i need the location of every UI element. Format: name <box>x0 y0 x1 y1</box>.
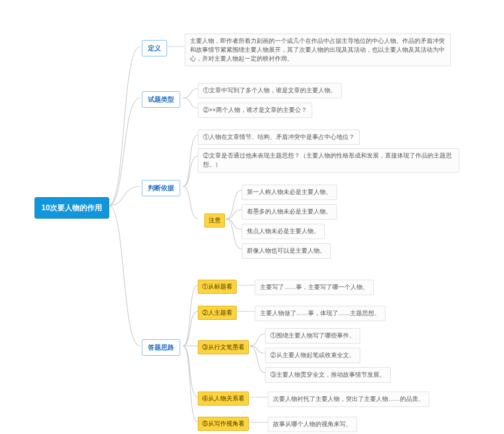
approach-a1-text-content: 主要写了……事，主要写了哪一个人物。 <box>260 284 369 290</box>
approach-a2-label: ②人主题看 <box>202 309 232 316</box>
definition-text: 主要人物，即作者所着力刻画的一个或几个在作品中占据主导地位的中心人物。作品的矛盾… <box>185 34 451 66</box>
note-item-3-text: 焦点人物未必是主要人物。 <box>247 228 320 234</box>
root-node[interactable]: 10次要人物的作用 <box>35 197 109 219</box>
note-item-2-text: 着墨多的人物未必是主要人物。 <box>247 208 332 215</box>
approach-a5-text-content: 故事从哪个人物的视角来写。 <box>273 421 352 427</box>
approach-a3-item-1-text: ①围绕主要人物写了哪些事件。 <box>270 332 355 339</box>
types-item-1: ①文章中写到了多个人物，谁是文章的主要人物。 <box>198 83 342 98</box>
note-item-3: 焦点人物未必是主要人物。 <box>242 224 325 239</box>
branch-criteria[interactable]: 判断依据 <box>142 180 180 196</box>
note-item-1-text: 第一人称人物未必是主要人物。 <box>247 189 332 195</box>
note-item-4-text: 群像人物也可以是主要人物。 <box>247 248 326 254</box>
approach-a2-text-content: 主要人物做了……事，体现了……主题思想。 <box>260 310 380 317</box>
approach-a3-item-1: ①围绕主要人物写了哪些事件。 <box>265 328 360 344</box>
approach-a2[interactable]: ②人主题看 <box>198 306 237 320</box>
branch-approach[interactable]: 答题思路 <box>142 339 180 356</box>
branch-definition-label: 定义 <box>148 44 161 52</box>
branch-types-label: 试题类型 <box>148 96 174 103</box>
definition-text-content: 主要人物，即作者所着力刻画的一个或几个在作品中占据主导地位的中心人物。作品的矛盾… <box>190 38 445 62</box>
approach-a3-item-2-text: ②从主要人物起笔或收束全文。 <box>270 352 355 358</box>
branch-definition[interactable]: 定义 <box>142 40 167 56</box>
criteria-item-2-text: ②文章是否通过他来表现主题思想？（主要人物的性格形成和发展，直接体现了作品的主题… <box>203 152 452 168</box>
approach-a4-text: 次要人物衬托了主要人物，突出了主要人物……的品质。 <box>268 392 429 407</box>
approach-a2-text: 主要人物做了……事，体现了……主题思想。 <box>255 306 385 321</box>
types-item-2-text: ②××两个人物，谁才是文章的主要公？ <box>203 107 307 113</box>
types-item-1-text: ①文章中写到了多个人物，谁是文章的主要人物。 <box>203 87 336 94</box>
criteria-note-label: 注意 <box>209 217 221 224</box>
criteria-item-2: ②文章是否通过他来表现主题思想？（主要人物的性格形成和发展，直接体现了作品的主题… <box>198 148 459 172</box>
approach-a5-text: 故事从哪个人物的视角来写。 <box>268 417 357 432</box>
approach-a3-item-3-text: ③主要人物贯穿全文，推动故事情节发展。 <box>270 372 385 378</box>
criteria-note[interactable]: 注意 <box>204 214 225 227</box>
note-item-1: 第一人称人物未必是主要人物。 <box>242 185 337 200</box>
approach-a4-label: ④从人物关系看 <box>202 395 245 402</box>
approach-a1[interactable]: ①从标题看 <box>198 280 237 294</box>
approach-a5[interactable]: ⑤从写作视角看 <box>198 417 249 431</box>
branch-types[interactable]: 试题类型 <box>142 91 180 108</box>
approach-a3-item-3: ③主要人物贯穿全文，推动故事情节发展。 <box>265 367 391 383</box>
criteria-item-1-text: ①人物在文章情节、结构、矛盾冲突中是事占中心地位？ <box>203 134 355 140</box>
approach-a4[interactable]: ④从人物关系看 <box>198 392 249 406</box>
root-label: 10次要人物的作用 <box>42 204 102 212</box>
approach-a1-text: 主要写了……事，主要写了哪一个人物。 <box>255 280 374 295</box>
approach-a5-label: ⑤从写作视角看 <box>202 420 245 427</box>
types-item-2: ②××两个人物，谁才是文章的主要公？ <box>198 103 312 118</box>
note-item-4: 群像人物也可以是主要人物。 <box>242 243 331 259</box>
approach-a1-label: ①从标题看 <box>202 283 232 290</box>
note-item-2: 着墨多的人物未必是主要人物。 <box>242 204 337 220</box>
branch-approach-label: 答题思路 <box>148 344 174 351</box>
approach-a4-text-content: 次要人物衬托了主要人物，突出了主要人物……的品质。 <box>273 396 424 402</box>
approach-a3[interactable]: ③从行文笔墨看 <box>198 340 249 354</box>
approach-a3-item-2: ②从主要人物起笔或收束全文。 <box>265 348 360 363</box>
branch-criteria-label: 判断依据 <box>148 184 174 192</box>
criteria-item-1: ①人物在文章情节、结构、矛盾冲突中是事占中心地位？ <box>198 130 360 145</box>
approach-a3-label: ③从行文笔墨看 <box>202 344 245 351</box>
